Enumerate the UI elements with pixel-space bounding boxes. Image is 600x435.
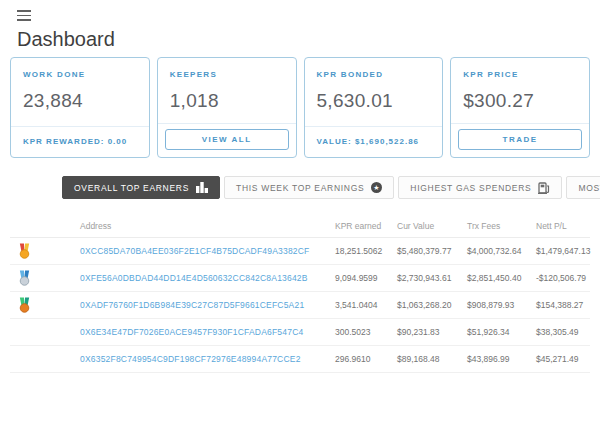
- card-footer-text: KPR REWARDED: 0.00: [11, 126, 149, 157]
- kpr-earned-value: 3,541.0404: [325, 300, 387, 310]
- kpr-earned-value: 296.9610: [325, 354, 387, 364]
- address-link[interactable]: 0X6E34E47DF7026E0ACE9457F930F1CFADA6F547…: [70, 327, 325, 337]
- card-kpr-price: KPR PRICE $300.27 TRADE: [450, 57, 590, 158]
- card-value: $300.27: [451, 79, 589, 112]
- stat-cards: WORK DONE 23,884 KPR REWARDED: 0.00 KEEP…: [10, 57, 590, 158]
- trx-fees-value: $908,879.93: [457, 300, 526, 310]
- trx-fees-value: $4,000,732.64: [457, 246, 526, 256]
- trade-button[interactable]: TRADE: [458, 129, 582, 150]
- address-link[interactable]: 0XFE56A0DBDAD44DD14E4D560632CC842C8A1364…: [70, 273, 325, 283]
- cur-value: $5,480,379.77: [387, 246, 457, 256]
- card-footer-text: VALUE: $1,690,522.86: [305, 126, 443, 157]
- nett-pl-value: -$120,506.79: [526, 273, 590, 283]
- tab-label: MOST ACTIVE: [578, 183, 600, 193]
- top-earners-table: Address KPR earned Cur Value Trx Fees Ne…: [10, 214, 590, 373]
- col-header-trx-fees: Trx Fees: [457, 221, 526, 231]
- card-keepers: KEEPERS 1,018 VIEW ALL: [157, 57, 297, 158]
- page-title: Dashboard: [17, 28, 600, 51]
- view-all-button[interactable]: VIEW ALL: [165, 129, 289, 150]
- col-header-cur-value: Cur Value: [387, 221, 457, 231]
- address-link[interactable]: 0XADF76760F1D6B984E39C27C87D5F9661CEFC5A…: [70, 300, 325, 310]
- cur-value: $89,168.48: [387, 354, 457, 364]
- bronze-medal-icon: [10, 297, 38, 313]
- card-value: 23,884: [11, 79, 149, 112]
- table-row: 0X6352F8C749954C9DF198CF72976E48994A77CC…: [10, 346, 590, 373]
- trx-fees-value: $43,896.99: [457, 354, 526, 364]
- card-value: 5,630.01: [305, 79, 443, 112]
- cur-value: $2,730,943.61: [387, 273, 457, 283]
- tab-this-week-top-earnings[interactable]: THIS WEEK TOP EARNINGS ★: [224, 176, 394, 199]
- table-row: 0XFE56A0DBDAD44DD14E4D560632CC842C8A1364…: [10, 265, 590, 292]
- card-label: KPR BONDED: [305, 58, 443, 79]
- cur-value: $1,063,268.20: [387, 300, 457, 310]
- leaderboard-icon: [196, 182, 208, 193]
- tab-most-active[interactable]: MOST ACTIVE: [566, 176, 600, 199]
- card-value: 1,018: [158, 79, 296, 112]
- nett-pl-value: $38,305.49: [526, 327, 590, 337]
- card-work-done: WORK DONE 23,884 KPR REWARDED: 0.00: [10, 57, 150, 158]
- table-header-row: Address KPR earned Cur Value Trx Fees Ne…: [10, 214, 590, 238]
- nett-pl-value: $45,271.49: [526, 354, 590, 364]
- card-label: WORK DONE: [11, 58, 149, 79]
- tab-label: OVERALL TOP EARNERS: [74, 183, 189, 193]
- tab-label: HIGHEST GAS SPENDERS: [410, 183, 531, 193]
- tab-label: THIS WEEK TOP EARNINGS: [236, 183, 364, 193]
- menu-icon[interactable]: [17, 10, 31, 21]
- card-kpr-bonded: KPR BONDED 5,630.01 VALUE: $1,690,522.86: [304, 57, 444, 158]
- kpr-earned-value: 9,094.9599: [325, 273, 387, 283]
- cur-value: $90,231.83: [387, 327, 457, 337]
- col-header-address: Address: [70, 221, 325, 231]
- table-row: 0XADF76760F1D6B984E39C27C87D5F9661CEFC5A…: [10, 292, 590, 319]
- address-link[interactable]: 0X6352F8C749954C9DF198CF72976E48994A77CC…: [70, 354, 325, 364]
- trx-fees-value: $51,926.34: [457, 327, 526, 337]
- fuel-pump-icon: [538, 182, 550, 194]
- table-row: 0XCC85DA70BA4EE036F2E1CF4B75DCADF49A3382…: [10, 238, 590, 265]
- address-link[interactable]: 0XCC85DA70BA4EE036F2E1CF4B75DCADF49A3382…: [70, 246, 325, 256]
- nett-pl-value: $154,388.27: [526, 300, 590, 310]
- silver-medal-icon: [10, 270, 38, 286]
- tab-overall-top-earners[interactable]: OVERALL TOP EARNERS: [62, 176, 220, 199]
- tab-highest-gas-spenders[interactable]: HIGHEST GAS SPENDERS: [398, 176, 562, 199]
- table-row: 0X6E34E47DF7026E0ACE9457F930F1CFADA6F547…: [10, 319, 590, 346]
- kpr-earned-value: 300.5023: [325, 327, 387, 337]
- star-circle-icon: ★: [371, 182, 382, 193]
- trx-fees-value: $2,851,450.40: [457, 273, 526, 283]
- col-header-nett-pl: Nett P/L: [526, 221, 590, 231]
- card-label: KEEPERS: [158, 58, 296, 79]
- kpr-earned-value: 18,251.5062: [325, 246, 387, 256]
- col-header-kpr-earned: KPR earned: [325, 221, 387, 231]
- leaderboard-tabs: OVERALL TOP EARNERS THIS WEEK TOP EARNIN…: [62, 176, 600, 199]
- gold-medal-icon: [10, 243, 38, 259]
- nett-pl-value: $1,479,647.13: [526, 246, 590, 256]
- card-label: KPR PRICE: [451, 58, 589, 79]
